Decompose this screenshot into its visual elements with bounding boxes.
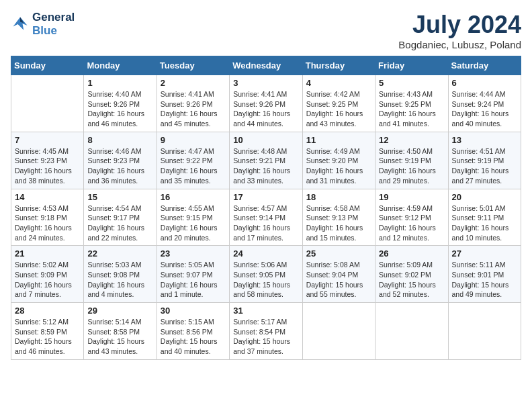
sunrise-text: Sunrise: 5:06 AM: [233, 261, 287, 269]
sunset-text: Sunset: 9:23 PM: [15, 156, 67, 165]
day-number: 9: [161, 135, 226, 145]
sunrise-text: Sunrise: 4:49 AM: [306, 147, 360, 155]
day-info: Sunrise: 4:45 AMSunset: 9:23 PMDaylight:…: [15, 146, 80, 186]
sunset-text: Sunset: 9:23 PM: [87, 156, 140, 165]
daylight-text: Daylight: 16 hoursand 44 minutes.: [233, 109, 290, 128]
calendar-cell: 7Sunrise: 4:45 AMSunset: 9:23 PMDaylight…: [11, 132, 84, 189]
weekday-header: Wednesday: [230, 56, 302, 75]
daylight-text: Daylight: 15 hoursand 46 minutes.: [15, 337, 72, 355]
weekday-header: Monday: [84, 56, 157, 75]
sunset-text: Sunset: 9:18 PM: [15, 214, 67, 222]
day-number: 5: [379, 78, 444, 88]
daylight-text: Daylight: 16 hoursand 36 minutes.: [87, 167, 144, 185]
calendar-week-row: 7Sunrise: 4:45 AMSunset: 9:23 PMDaylight…: [11, 132, 521, 189]
day-info: Sunrise: 5:15 AMSunset: 8:56 PMDaylight:…: [161, 317, 226, 357]
sunset-text: Sunset: 9:26 PM: [233, 100, 285, 108]
day-info: Sunrise: 4:51 AMSunset: 9:19 PMDaylight:…: [452, 146, 517, 186]
day-info: Sunrise: 4:41 AMSunset: 9:26 PMDaylight:…: [233, 89, 298, 129]
sunrise-text: Sunrise: 4:42 AM: [306, 90, 360, 98]
calendar-cell: 6Sunrise: 4:44 AMSunset: 9:24 PMDaylight…: [448, 75, 521, 132]
sunset-text: Sunset: 9:07 PM: [161, 271, 213, 279]
day-number: 13: [452, 135, 517, 145]
calendar-cell: 28Sunrise: 5:12 AMSunset: 8:59 PMDayligh…: [11, 303, 84, 360]
day-number: 17: [233, 192, 298, 202]
day-info: Sunrise: 4:44 AMSunset: 9:24 PMDaylight:…: [452, 89, 517, 129]
day-info: Sunrise: 5:11 AMSunset: 9:01 PMDaylight:…: [452, 260, 517, 300]
day-info: Sunrise: 5:14 AMSunset: 8:58 PMDaylight:…: [87, 317, 152, 357]
day-number: 20: [452, 192, 517, 202]
calendar-cell: 24Sunrise: 5:06 AMSunset: 9:05 PMDayligh…: [230, 246, 302, 303]
calendar-cell: 21Sunrise: 5:02 AMSunset: 9:09 PMDayligh…: [11, 246, 84, 303]
day-number: 29: [87, 306, 152, 316]
day-number: 12: [379, 135, 444, 145]
sunrise-text: Sunrise: 4:48 AM: [233, 147, 287, 155]
sunrise-text: Sunrise: 5:02 AM: [15, 261, 69, 269]
day-number: 30: [161, 306, 226, 316]
calendar-cell: 30Sunrise: 5:15 AMSunset: 8:56 PMDayligh…: [157, 303, 229, 360]
sunset-text: Sunset: 8:58 PM: [87, 328, 140, 336]
day-number: 10: [233, 135, 298, 145]
sunrise-text: Sunrise: 5:15 AM: [161, 318, 214, 326]
sunrise-text: Sunrise: 5:05 AM: [161, 261, 214, 269]
day-info: Sunrise: 5:03 AMSunset: 9:08 PMDaylight:…: [87, 260, 152, 300]
day-info: Sunrise: 5:05 AMSunset: 9:07 PMDaylight:…: [161, 260, 226, 300]
daylight-text: Daylight: 16 hoursand 46 minutes.: [87, 109, 144, 128]
daylight-text: Daylight: 15 hoursand 58 minutes.: [233, 281, 290, 299]
calendar-cell: 10Sunrise: 4:48 AMSunset: 9:21 PMDayligh…: [230, 132, 302, 189]
sunset-text: Sunset: 9:19 PM: [379, 156, 431, 165]
calendar-week-row: 1Sunrise: 4:40 AMSunset: 9:26 PMDaylight…: [11, 75, 521, 132]
day-info: Sunrise: 4:57 AMSunset: 9:14 PMDaylight:…: [233, 203, 298, 243]
calendar-cell: 13Sunrise: 4:51 AMSunset: 9:19 PMDayligh…: [448, 132, 521, 189]
calendar-cell: 17Sunrise: 4:57 AMSunset: 9:14 PMDayligh…: [230, 189, 302, 246]
sunset-text: Sunset: 9:08 PM: [87, 271, 140, 279]
location: Bogdaniec, Lubusz, Poland: [398, 39, 521, 50]
daylight-text: Daylight: 16 hoursand 38 minutes.: [15, 167, 72, 185]
daylight-text: Daylight: 16 hoursand 29 minutes.: [379, 167, 436, 185]
day-info: Sunrise: 4:46 AMSunset: 9:23 PMDaylight:…: [87, 146, 152, 186]
weekday-header: Saturday: [448, 56, 521, 75]
day-number: 31: [233, 306, 298, 316]
calendar-cell: 11Sunrise: 4:49 AMSunset: 9:20 PMDayligh…: [302, 132, 375, 189]
day-number: 19: [379, 192, 444, 202]
daylight-text: Daylight: 16 hoursand 12 minutes.: [379, 224, 436, 242]
sunset-text: Sunset: 9:14 PM: [233, 214, 285, 222]
day-number: 6: [452, 78, 517, 88]
weekday-header: Friday: [375, 56, 448, 75]
sunrise-text: Sunrise: 5:11 AM: [452, 261, 506, 269]
calendar-cell: 8Sunrise: 4:46 AMSunset: 9:23 PMDaylight…: [84, 132, 157, 189]
daylight-text: Daylight: 15 hoursand 52 minutes.: [379, 281, 436, 299]
day-info: Sunrise: 5:09 AMSunset: 9:02 PMDaylight:…: [379, 260, 444, 300]
sunset-text: Sunset: 9:20 PM: [306, 156, 359, 165]
sunrise-text: Sunrise: 4:57 AM: [233, 204, 287, 212]
sunset-text: Sunset: 9:05 PM: [233, 271, 285, 279]
daylight-text: Daylight: 16 hoursand 35 minutes.: [161, 167, 218, 185]
sunset-text: Sunset: 9:11 PM: [452, 214, 504, 222]
calendar-cell: 4Sunrise: 4:42 AMSunset: 9:25 PMDaylight…: [302, 75, 375, 132]
day-number: 15: [87, 192, 152, 202]
sunrise-text: Sunrise: 5:12 AM: [15, 318, 69, 326]
day-info: Sunrise: 5:06 AMSunset: 9:05 PMDaylight:…: [233, 260, 298, 300]
day-info: Sunrise: 4:42 AMSunset: 9:25 PMDaylight:…: [306, 89, 371, 129]
day-info: Sunrise: 4:53 AMSunset: 9:18 PMDaylight:…: [15, 203, 80, 243]
day-number: 2: [161, 78, 226, 88]
day-info: Sunrise: 4:43 AMSunset: 9:25 PMDaylight:…: [379, 89, 444, 129]
daylight-text: Daylight: 16 hoursand 31 minutes.: [306, 167, 363, 185]
sunrise-text: Sunrise: 4:45 AM: [15, 147, 69, 155]
sunset-text: Sunset: 9:25 PM: [306, 100, 359, 108]
sunrise-text: Sunrise: 4:46 AM: [87, 147, 141, 155]
sunset-text: Sunset: 8:56 PM: [161, 328, 213, 336]
sunrise-text: Sunrise: 4:51 AM: [452, 147, 506, 155]
day-number: 1: [87, 78, 152, 88]
day-info: Sunrise: 5:17 AMSunset: 8:54 PMDaylight:…: [233, 317, 298, 357]
sunset-text: Sunset: 9:01 PM: [452, 271, 504, 279]
daylight-text: Daylight: 16 hoursand 7 minutes.: [15, 281, 72, 299]
day-number: 26: [379, 248, 444, 259]
day-info: Sunrise: 4:40 AMSunset: 9:26 PMDaylight:…: [87, 89, 152, 129]
calendar-cell: 1Sunrise: 4:40 AMSunset: 9:26 PMDaylight…: [84, 75, 157, 132]
sunrise-text: Sunrise: 5:17 AM: [233, 318, 287, 326]
daylight-text: Daylight: 15 hoursand 55 minutes.: [306, 281, 363, 299]
calendar-cell: 26Sunrise: 5:09 AMSunset: 9:02 PMDayligh…: [375, 246, 448, 303]
day-info: Sunrise: 5:12 AMSunset: 8:59 PMDaylight:…: [15, 317, 80, 357]
sunset-text: Sunset: 9:24 PM: [452, 100, 504, 108]
day-number: 21: [15, 248, 80, 259]
